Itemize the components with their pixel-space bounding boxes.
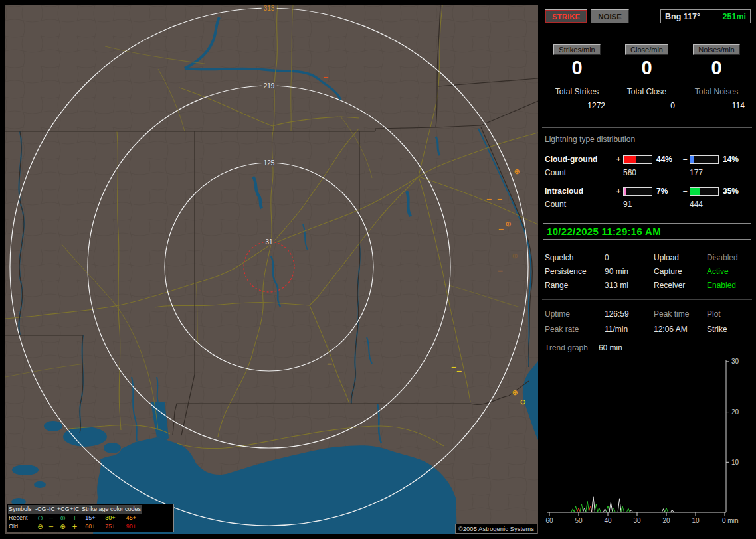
svg-text:50: 50 — [575, 517, 583, 524]
trend-spike — [595, 504, 598, 512]
noises-per-min-counter: Noises/min 0 — [682, 44, 751, 79]
legend-col-header: +CG — [56, 505, 69, 514]
peak-rate-label: Peak rate — [545, 325, 605, 334]
noises-per-min-value: 0 — [711, 56, 721, 79]
trend-window-value: 60 min — [599, 343, 622, 352]
noises-per-min-label: Noises/min — [693, 44, 739, 55]
total-close-value: 0 — [612, 101, 682, 110]
bearing-range: 251mi — [723, 12, 746, 21]
trend-plot-series — [571, 497, 674, 512]
legend-symbols-header: Symbols — [8, 505, 35, 514]
total-noises-value: 114 — [682, 101, 751, 110]
close-per-min-label: Close/min — [625, 44, 668, 55]
trend-spike — [597, 508, 601, 512]
svg-text:10: 10 — [692, 517, 700, 524]
app-window: ⊕⊕⊕−−−−⊕⊖−−−− 31321912531 Symbols-CG-IC+… — [0, 0, 756, 539]
cg-count-label: Count — [545, 166, 614, 179]
legend-symbol: + — [69, 522, 80, 531]
trend-spike — [609, 502, 613, 512]
spacer — [545, 179, 747, 185]
trend-spike — [670, 510, 674, 512]
status-grid: Uptime 126:59 Peak time Plot Peak rate 1… — [545, 309, 752, 334]
capture-label: Capture — [654, 267, 707, 276]
total-strikes-label: Total Strikes — [542, 87, 612, 96]
trend-spike — [665, 508, 668, 512]
total-strikes: Total Strikes 1272 — [542, 87, 612, 110]
divider — [542, 127, 752, 128]
settings-grid: Squelch 0 Upload Disabled Persistence 90… — [545, 253, 752, 290]
divider — [542, 147, 752, 147]
receiver-status: Enabled — [707, 281, 752, 290]
copyright-notice: ©2005 Astrogenic Systems — [455, 524, 537, 534]
ic-positive-bar — [623, 187, 652, 196]
legend-symbol: ⊕ — [56, 514, 69, 522]
capture-status: Active — [707, 267, 752, 276]
legend-age: 90+ — [120, 522, 142, 531]
cg-negative-count: 177 — [690, 166, 720, 179]
legend-age: 15+ — [80, 514, 100, 522]
plus-sign: + — [614, 185, 623, 198]
svg-text:0 min: 0 min — [722, 517, 738, 524]
peak-time-label: Peak time — [654, 309, 707, 319]
legend-symbol: + — [69, 514, 80, 522]
upload-label: Upload — [654, 253, 707, 262]
uptime-value: 126:59 — [605, 309, 654, 319]
cg-negative-pct: 14% — [720, 153, 747, 166]
distribution-table: Cloud-ground + 44% − 14% Count 560 177 I… — [545, 153, 752, 211]
peak-time-value: 12:06 AM — [654, 325, 707, 334]
noise-toggle-button[interactable]: NOISE — [591, 9, 629, 23]
map-canvas[interactable] — [5, 5, 538, 534]
upload-status: Disabled — [707, 253, 752, 262]
strike-toggle-button[interactable]: STRIKE — [545, 9, 587, 23]
persistence-label: Persistence — [545, 267, 605, 276]
legend-row-label: Old — [8, 522, 35, 531]
uptime-label: Uptime — [545, 309, 605, 319]
trend-spike — [586, 501, 589, 512]
total-noises: Total Noises 114 — [682, 87, 751, 110]
total-strikes-value: 1272 — [542, 101, 612, 110]
cg-positive-bar — [623, 155, 652, 164]
distribution-heading: Lightning type distribution — [545, 135, 752, 144]
legend-col-header: -CG — [35, 505, 46, 514]
strikes-per-min-value: 0 — [571, 56, 582, 79]
cg-positive-count: 560 — [623, 166, 654, 179]
legend-row-label: Recent — [8, 514, 35, 522]
legend-grid: Symbols-CG-IC+CG+ICStrike age color code… — [8, 505, 173, 531]
svg-text:10: 10 — [731, 459, 739, 466]
persistence-value: 90 min — [605, 267, 654, 276]
trend-graph-label: Trend graph — [545, 343, 588, 352]
svg-text:60: 60 — [545, 517, 553, 524]
trend-axis-ticks: 3020106050403020100 min — [545, 358, 739, 524]
totals-row: Total Strikes 1272 Total Close 0 Total N… — [542, 87, 752, 110]
trend-spike — [574, 506, 577, 512]
minus-sign: − — [680, 185, 690, 198]
close-per-min-counter: Close/min 0 — [612, 44, 682, 79]
receiver-label: Receiver — [654, 281, 707, 290]
bearing-display: Bng 117° 251mi — [660, 9, 751, 23]
minus-sign: − — [680, 153, 690, 166]
close-per-min-value: 0 — [641, 56, 652, 79]
svg-text:20: 20 — [662, 517, 670, 524]
svg-text:30: 30 — [731, 358, 739, 365]
total-close: Total Close 0 — [612, 87, 682, 110]
trend-graph-header: Trend graph 60 min — [545, 343, 752, 352]
bearing-label: Bng 117° — [665, 12, 700, 21]
trend-spike — [630, 510, 633, 512]
cloud-ground-label: Cloud-ground — [545, 153, 614, 166]
datetime-display: 10/22/2025 11:29:16 AM — [543, 223, 751, 240]
ic-positive-pct: 7% — [654, 185, 680, 198]
legend-age-header: Strike age color codes — [80, 505, 142, 514]
legend-symbol: ⊖ — [35, 514, 46, 522]
ic-count-label: Count — [545, 198, 614, 211]
trend-spike — [621, 506, 624, 512]
legend-age: 75+ — [100, 522, 120, 531]
ic-positive-count: 91 — [623, 198, 654, 211]
legend-col-header: +IC — [69, 505, 80, 514]
trend-spike — [612, 508, 615, 512]
legend-symbol: ⊕ — [56, 522, 69, 531]
range-value: 313 mi — [605, 281, 654, 290]
trend-spike — [580, 504, 583, 512]
rate-counters: Strikes/min 0 Close/min 0 Noises/min 0 — [542, 44, 752, 79]
total-noises-label: Total Noises — [682, 87, 751, 96]
map-panel[interactable]: ⊕⊕⊕−−−−⊕⊖−−−− 31321912531 Symbols-CG-IC+… — [5, 5, 538, 534]
